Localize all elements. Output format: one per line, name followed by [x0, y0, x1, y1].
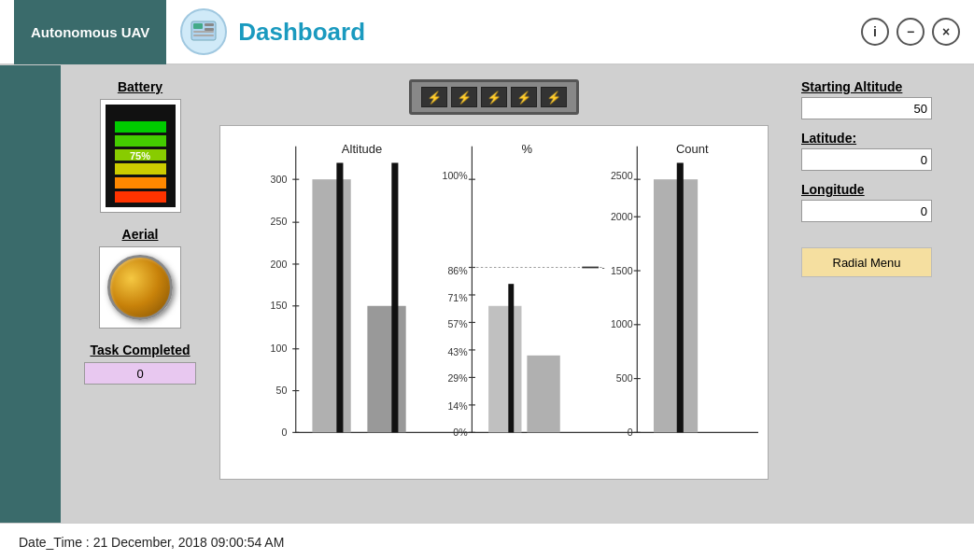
battery-bar-3 [115, 163, 166, 175]
aerial-label: Aerial [122, 227, 159, 242]
battery-visual: 75% [106, 105, 176, 207]
longitude-label: Longitude [801, 182, 960, 197]
latitude-group: Latitude: [801, 131, 960, 171]
svg-text:14%: 14% [447, 400, 468, 412]
svg-text:0: 0 [628, 427, 633, 438]
svg-rect-64 [677, 162, 684, 432]
aerial-section: Aerial [79, 227, 201, 329]
battery-box: 75% [100, 99, 181, 213]
datetime-value: 21 December, 2018 09:00:54 AM [93, 535, 285, 550]
svg-rect-26 [391, 162, 398, 432]
svg-rect-4 [193, 31, 214, 33]
bottom-bar: Date_Time : 21 December, 2018 09:00:54 A… [0, 523, 974, 560]
starting-altitude-label: Starting Altitude [801, 79, 960, 94]
datetime-label: Date_Time : [19, 535, 90, 550]
lcd-cell-3: ⚡ [481, 87, 507, 107]
svg-text:Count: Count [676, 142, 709, 156]
svg-text:100%: 100% [443, 170, 469, 181]
app-icon [180, 8, 227, 55]
svg-rect-2 [205, 23, 214, 26]
battery-bar-6 [115, 121, 166, 133]
center-area: Battery 75% [61, 65, 787, 523]
lcd-display: ⚡ ⚡ ⚡ ⚡ ⚡ [409, 79, 579, 115]
task-completed-label: Task Completed [90, 343, 190, 357]
battery-bar-5 [115, 135, 166, 147]
svg-rect-1 [193, 23, 203, 29]
app-title: Autonomous UAV [14, 0, 166, 64]
svg-text:-: - [602, 262, 605, 273]
lcd-display-container: ⚡ ⚡ ⚡ ⚡ ⚡ [219, 79, 769, 115]
starting-altitude-group: Starting Altitude [801, 79, 960, 119]
radial-menu-button[interactable]: Radial Menu [801, 247, 932, 277]
starting-altitude-input[interactable] [801, 97, 932, 119]
svg-text:150: 150 [271, 300, 288, 311]
lcd-cell-1: ⚡ [421, 87, 447, 107]
svg-text:250: 250 [271, 216, 288, 227]
svg-text:2500: 2500 [611, 170, 633, 181]
latitude-input[interactable] [801, 148, 932, 171]
main-content: Battery 75% [0, 65, 974, 523]
svg-text:1500: 1500 [611, 265, 633, 276]
longitude-group: Longitude [801, 182, 960, 222]
lcd-cell-2: ⚡ [451, 87, 477, 107]
dashboard-title: Dashboard [238, 18, 365, 47]
svg-text:29%: 29% [447, 372, 468, 384]
svg-text:0%: 0% [453, 427, 468, 438]
battery-section: Battery 75% [79, 79, 201, 213]
longitude-input[interactable] [801, 200, 932, 222]
latitude-label: Latitude: [801, 131, 960, 146]
window-controls: i − × [861, 18, 960, 46]
svg-text:57%: 57% [447, 318, 468, 329]
left-panels: Battery 75% [79, 79, 201, 385]
chart-svg: Altitude 0 50 100 150 200 250 300 [230, 135, 758, 466]
header: Autonomous UAV Dashboard i − × [0, 0, 974, 65]
right-panel: Starting Altitude Latitude: Longitude Ra… [787, 65, 974, 523]
info-button[interactable]: i [861, 18, 889, 46]
battery-bar-2 [115, 177, 166, 189]
battery-percentage: 75% [130, 150, 150, 161]
svg-rect-3 [205, 28, 214, 31]
svg-rect-63 [654, 179, 698, 432]
svg-rect-5 [193, 35, 214, 36]
svg-text:300: 300 [271, 174, 288, 185]
svg-text:71%: 71% [447, 292, 468, 303]
lcd-cell-4: ⚡ [511, 87, 537, 107]
svg-rect-25 [367, 306, 405, 433]
task-completed-input[interactable] [84, 362, 196, 385]
svg-text:%: % [522, 142, 533, 156]
svg-text:43%: 43% [447, 346, 468, 357]
svg-rect-46 [488, 306, 521, 433]
battery-bar-1 [115, 191, 166, 203]
sidebar [0, 65, 61, 523]
svg-text:200: 200 [271, 259, 288, 270]
svg-rect-24 [336, 162, 343, 432]
svg-text:1000: 1000 [611, 318, 633, 329]
svg-text:86%: 86% [447, 265, 468, 276]
lcd-cell-5: ⚡ [541, 87, 567, 107]
panels-row: Battery 75% [79, 79, 769, 480]
svg-text:500: 500 [616, 372, 633, 384]
svg-rect-48 [508, 284, 514, 432]
svg-text:2000: 2000 [611, 211, 633, 222]
task-completed-section: Task Completed [79, 343, 201, 385]
svg-text:Altitude: Altitude [342, 142, 382, 156]
chart-container: Altitude 0 50 100 150 200 250 300 [219, 125, 769, 480]
battery-label: Battery [118, 79, 162, 94]
minimize-button[interactable]: − [896, 18, 925, 46]
svg-text:50: 50 [276, 385, 288, 396]
close-button[interactable]: × [932, 18, 960, 46]
svg-rect-47 [527, 356, 559, 433]
svg-text:0: 0 [281, 427, 287, 438]
svg-rect-23 [312, 179, 350, 432]
svg-text:100: 100 [271, 343, 288, 354]
aerial-box [99, 246, 181, 329]
aerial-button[interactable] [107, 255, 173, 320]
